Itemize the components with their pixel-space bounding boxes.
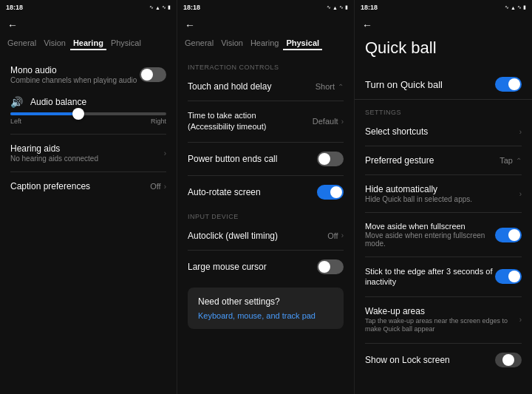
quickball-main-toggle-thumb (508, 78, 520, 90)
nav-bar-3: ← (355, 15, 532, 35)
divider-3e (365, 296, 522, 297)
bluetooth-icon-2: ∿ (327, 4, 331, 10)
tab-vision-1[interactable]: Vision (41, 37, 69, 50)
divider-2d (188, 250, 344, 251)
speaker-icon: 🔊 (10, 96, 23, 108)
autoclick-content: Autoclick (dwell timing) (188, 231, 327, 241)
content-3: Turn on Quick ball SETTINGS Select short… (355, 67, 532, 394)
power-button-item[interactable]: Power button ends call (177, 144, 354, 174)
tab-hearing-2[interactable]: Hearing (248, 37, 282, 50)
divider-2c (188, 175, 344, 176)
caption-prefs-title: Caption preferences (10, 181, 150, 191)
lock-screen-item[interactable]: Show on Lock screen (355, 345, 532, 375)
select-shortcuts-content: Select shortcuts (365, 126, 519, 137)
auto-rotate-title: Auto-rotate screen (188, 187, 317, 197)
nav-bar-1: ← (0, 15, 177, 35)
hide-auto-item[interactable]: Hide automatically Hide Quick ball in se… (355, 177, 532, 211)
mono-audio-item[interactable]: Mono audio Combine channels when playing… (0, 58, 177, 92)
preferred-gesture-title: Preferred gesture (365, 155, 499, 166)
power-button-title: Power button ends call (188, 154, 317, 164)
time-action-value: Default (313, 117, 338, 126)
touch-hold-content: Touch and hold delay (188, 81, 316, 92)
wakeup-areas-item[interactable]: Wake-up areas Tap the wake-up areas near… (355, 299, 532, 342)
preferred-gesture-item[interactable]: Preferred gesture Tap ⌃ (355, 148, 532, 173)
mono-audio-title: Mono audio (10, 65, 140, 75)
stick-edge-title: Stick to the edge after 3 seconds of ina… (365, 266, 495, 288)
panel-quickball: 18:18 ∿ ▲ ∿ ▮ ← Quick ball Turn on Quick… (355, 0, 532, 394)
mono-audio-subtitle: Combine channels when playing audio (10, 76, 140, 84)
preferred-gesture-chevron: ⌃ (516, 157, 522, 165)
stick-edge-toggle[interactable] (495, 269, 522, 284)
nav-bar-2: ← (177, 15, 354, 35)
divider-3b (365, 174, 522, 175)
auto-rotate-item[interactable]: Auto-rotate screen (177, 177, 354, 207)
touch-hold-right: Short ⌃ (316, 82, 344, 91)
tab-general-1[interactable]: General (4, 37, 39, 50)
back-button-1[interactable]: ← (7, 19, 18, 31)
quickball-main-toggle-item[interactable]: Turn on Quick ball (355, 69, 532, 100)
auto-rotate-toggle-thumb (330, 186, 342, 198)
move-aside-toggle[interactable] (495, 228, 522, 242)
signal-icon: ▲ (155, 5, 160, 10)
move-aside-content: Move aside when fullscreen Move aside wh… (365, 222, 495, 248)
hearing-aids-item[interactable]: Hearing aids No hearing aids connected › (0, 136, 177, 170)
tab-physical-2[interactable]: Physical (283, 37, 322, 50)
status-bar-3: 18:18 ∿ ▲ ∿ ▮ (355, 0, 532, 15)
touch-hold-item[interactable]: Touch and hold delay Short ⌃ (177, 74, 354, 99)
autoclick-item[interactable]: Autoclick (dwell timing) Off › (177, 223, 354, 248)
battery-icon-3: ▮ (523, 4, 526, 10)
large-cursor-item[interactable]: Large mouse cursor (177, 252, 354, 282)
preferred-gesture-right: Tap ⌃ (499, 156, 522, 165)
tab-bar-1: General Vision Hearing Physical (0, 35, 177, 55)
balance-slider-fill (10, 112, 81, 115)
time-3: 18:18 (361, 4, 378, 11)
hide-auto-content: Hide automatically Hide Quick ball in se… (365, 184, 519, 203)
wifi-icon-3: ∿ (517, 4, 522, 10)
status-bar-1: 18:18 ∿ ▲ ∿ ▮ (0, 0, 177, 15)
touch-hold-value: Short (316, 82, 335, 91)
tab-general-2[interactable]: General (182, 37, 216, 50)
stick-edge-item[interactable]: Stick to the edge after 3 seconds of ina… (355, 259, 532, 295)
preferred-gesture-content: Preferred gesture (365, 155, 499, 166)
balance-lr: Left Right (10, 118, 166, 125)
panel-physical: 18:18 ∿ ▲ ∿ ▮ ← General Vision Hearing P… (177, 0, 355, 394)
wifi-icon: ∿ (162, 4, 166, 10)
power-button-content: Power button ends call (188, 154, 317, 164)
balance-left-label: Left (10, 118, 21, 125)
tab-hearing-1[interactable]: Hearing (70, 37, 106, 50)
auto-rotate-toggle[interactable] (317, 185, 344, 200)
balance-slider-track[interactable] (10, 112, 166, 115)
hide-auto-title: Hide automatically (365, 184, 519, 194)
caption-prefs-item[interactable]: Caption preferences Off › (0, 174, 177, 199)
balance-right-label: Right (151, 118, 166, 125)
stick-edge-toggle-thumb (508, 271, 520, 282)
time-action-content: Time to take action (Accessibility timeo… (188, 110, 313, 133)
back-button-2[interactable]: ← (185, 19, 195, 31)
back-button-3[interactable]: ← (362, 19, 372, 31)
lock-screen-title: Show on Lock screen (365, 355, 495, 365)
tab-physical-1[interactable]: Physical (108, 37, 144, 50)
audio-balance-title: Audio balance (30, 97, 86, 107)
hearing-aids-chevron: › (164, 149, 166, 157)
mono-audio-content: Mono audio Combine channels when playing… (10, 65, 140, 84)
select-shortcuts-item[interactable]: Select shortcuts › (355, 119, 532, 144)
autoclick-title: Autoclick (dwell timing) (188, 231, 327, 241)
time-1: 18:18 (6, 4, 23, 11)
tab-vision-2[interactable]: Vision (218, 37, 246, 50)
need-settings-link[interactable]: Keyboard, mouse, and track pad (198, 311, 333, 320)
move-aside-item[interactable]: Move aside when fullscreen Move aside wh… (355, 214, 532, 255)
large-cursor-toggle[interactable] (317, 259, 344, 274)
lock-screen-content: Show on Lock screen (365, 355, 495, 365)
quickball-main-toggle[interactable] (495, 77, 522, 92)
hearing-aids-title: Hearing aids (10, 143, 164, 154)
move-aside-toggle-thumb (508, 229, 520, 241)
power-button-toggle[interactable] (317, 152, 344, 166)
preferred-gesture-value: Tap (499, 156, 513, 165)
time-action-item[interactable]: Time to take action (Accessibility timeo… (177, 103, 354, 140)
hide-auto-subtitle: Hide Quick ball in selected apps. (365, 195, 519, 203)
caption-prefs-content: Caption preferences (10, 181, 150, 191)
content-2: INTERACTION CONTROLS Touch and hold dela… (177, 55, 354, 394)
time-2: 18:18 (183, 4, 200, 11)
lock-screen-toggle[interactable] (495, 353, 522, 367)
mono-audio-toggle[interactable] (140, 67, 166, 82)
